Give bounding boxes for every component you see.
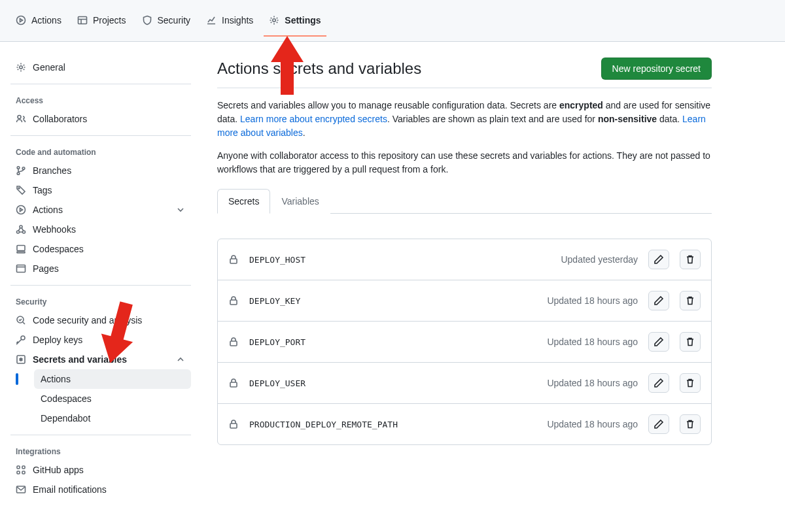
apps-icon xyxy=(16,465,26,475)
sidebar-label: Pages xyxy=(33,263,59,274)
sidebar-label: Codespaces xyxy=(33,244,84,254)
chevron-down-icon xyxy=(175,205,186,215)
tab-settings[interactable]: Settings xyxy=(264,5,326,37)
tab-actions[interactable]: Actions xyxy=(10,5,67,37)
shield-icon xyxy=(142,15,152,25)
sidebar-label: Actions xyxy=(41,374,71,384)
main-content: Actions secrets and variables New reposi… xyxy=(201,42,785,515)
trash-icon xyxy=(685,419,695,429)
svg-point-7 xyxy=(22,167,25,170)
key-icon xyxy=(16,335,26,345)
branch-icon xyxy=(16,165,26,176)
secret-name: DEPLOY_USER xyxy=(249,378,536,388)
sidebar-label: Code security and analysis xyxy=(33,315,142,325)
delete-secret-button[interactable] xyxy=(680,373,701,393)
svg-rect-20 xyxy=(22,466,25,469)
sidebar-item-codespaces[interactable]: Codespaces xyxy=(10,239,191,259)
divider xyxy=(10,435,191,435)
sidebar-item-code-security[interactable]: Code security and analysis xyxy=(10,310,191,330)
delete-secret-button[interactable] xyxy=(680,291,701,310)
graph-icon xyxy=(206,15,217,25)
sidebar-item-branches[interactable]: Branches xyxy=(10,161,191,180)
page-title: Actions secrets and variables xyxy=(217,59,421,78)
sidebar-item-deploy-keys[interactable]: Deploy keys xyxy=(10,330,191,350)
lock-icon xyxy=(228,337,239,347)
sidebar-item-sv-codespaces[interactable]: Codespaces xyxy=(34,389,191,408)
secret-row: DEPLOY_USERUpdated 18 hours ago xyxy=(218,363,711,404)
svg-point-2 xyxy=(273,18,275,21)
sidebar-heading-integrations: Integrations xyxy=(10,442,191,460)
lock-icon xyxy=(228,419,239,429)
sidebar-label: Actions xyxy=(33,205,63,215)
sidebar-item-email-notifications[interactable]: Email notifications xyxy=(10,480,191,499)
key-asterisk-icon xyxy=(16,354,26,365)
sidebar-item-pages[interactable]: Pages xyxy=(10,259,191,278)
link-encrypted-secrets[interactable]: Learn more about encrypted secrets xyxy=(240,114,387,124)
codespaces-icon xyxy=(16,244,26,254)
tab-label: Actions xyxy=(31,10,61,30)
sidebar-heading-code: Code and automation xyxy=(10,142,191,161)
edit-secret-button[interactable] xyxy=(648,332,669,352)
edit-secret-button[interactable] xyxy=(648,373,669,393)
sidebar-label: Collaborators xyxy=(33,114,87,124)
secrets-variables-tabs: Secrets Variables xyxy=(217,188,712,214)
sidebar-item-collaborators[interactable]: Collaborators xyxy=(10,109,191,129)
tab-projects[interactable]: Projects xyxy=(72,5,131,37)
svg-rect-26 xyxy=(230,341,237,346)
svg-point-8 xyxy=(18,188,20,189)
sidebar-label: Tags xyxy=(33,185,52,195)
tab-label: Settings xyxy=(285,10,321,30)
secret-row: DEPLOY_KEYUpdated 18 hours ago xyxy=(218,280,711,322)
description-1: Secrets and variables allow you to manag… xyxy=(217,99,712,140)
chevron-up-icon xyxy=(175,354,186,365)
svg-rect-25 xyxy=(230,300,237,305)
gear-icon xyxy=(269,15,279,25)
svg-rect-21 xyxy=(17,471,20,474)
gear-icon xyxy=(16,62,26,73)
sidebar-item-sv-dependabot[interactable]: Dependabot xyxy=(34,408,191,428)
sidebar-item-sv-actions[interactable]: Actions xyxy=(34,369,191,389)
svg-rect-15 xyxy=(17,265,26,273)
secrets-list: DEPLOY_HOSTUpdated yesterdayDEPLOY_KEYUp… xyxy=(217,239,712,445)
secret-name: DEPLOY_HOST xyxy=(249,255,550,265)
sidebar-sub-secrets: Actions Codespaces Dependabot xyxy=(10,369,191,428)
divider xyxy=(10,135,191,136)
new-repository-secret-button[interactable]: New repository secret xyxy=(601,58,712,80)
tab-security[interactable]: Security xyxy=(137,5,196,37)
play-circle-icon xyxy=(16,205,26,215)
svg-rect-13 xyxy=(17,246,25,251)
edit-secret-button[interactable] xyxy=(648,414,669,434)
sidebar-item-github-apps[interactable]: GitHub apps xyxy=(10,460,191,480)
sidebar-item-secrets-variables[interactable]: Secrets and variables xyxy=(10,350,191,369)
sidebar-label: Webhooks xyxy=(33,224,76,235)
svg-point-11 xyxy=(17,231,20,233)
svg-rect-1 xyxy=(78,16,86,24)
tab-insights[interactable]: Insights xyxy=(201,5,258,37)
secret-name: DEPLOY_KEY xyxy=(249,296,536,306)
tab-variables[interactable]: Variables xyxy=(270,189,330,214)
trash-icon xyxy=(685,378,695,388)
sidebar-heading-access: Access xyxy=(10,91,191,109)
secret-updated: Updated yesterday xyxy=(561,254,638,265)
edit-secret-button[interactable] xyxy=(648,250,669,269)
sidebar-item-tags[interactable]: Tags xyxy=(10,180,191,200)
sidebar-label: GitHub apps xyxy=(33,465,84,475)
lock-icon xyxy=(228,378,239,388)
delete-secret-button[interactable] xyxy=(680,332,701,352)
sidebar-item-webhooks[interactable]: Webhooks xyxy=(10,220,191,239)
delete-secret-button[interactable] xyxy=(680,414,701,434)
tab-secrets[interactable]: Secrets xyxy=(217,189,270,214)
mail-icon xyxy=(16,484,26,495)
sidebar-item-actions[interactable]: Actions xyxy=(10,200,191,220)
secret-row: DEPLOY_HOSTUpdated yesterday xyxy=(218,239,711,280)
sidebar-label: Secrets and variables xyxy=(33,354,127,365)
edit-secret-button[interactable] xyxy=(648,291,669,310)
webhook-icon xyxy=(16,224,26,235)
sidebar-item-general[interactable]: General xyxy=(10,58,191,77)
tab-label: Security xyxy=(158,10,191,30)
svg-point-12 xyxy=(23,231,26,233)
lock-icon xyxy=(228,254,239,265)
sidebar-label: Deploy keys xyxy=(33,335,82,345)
repo-tabnav: Actions Projects Security Insights Setti… xyxy=(0,0,785,42)
delete-secret-button[interactable] xyxy=(680,250,701,269)
